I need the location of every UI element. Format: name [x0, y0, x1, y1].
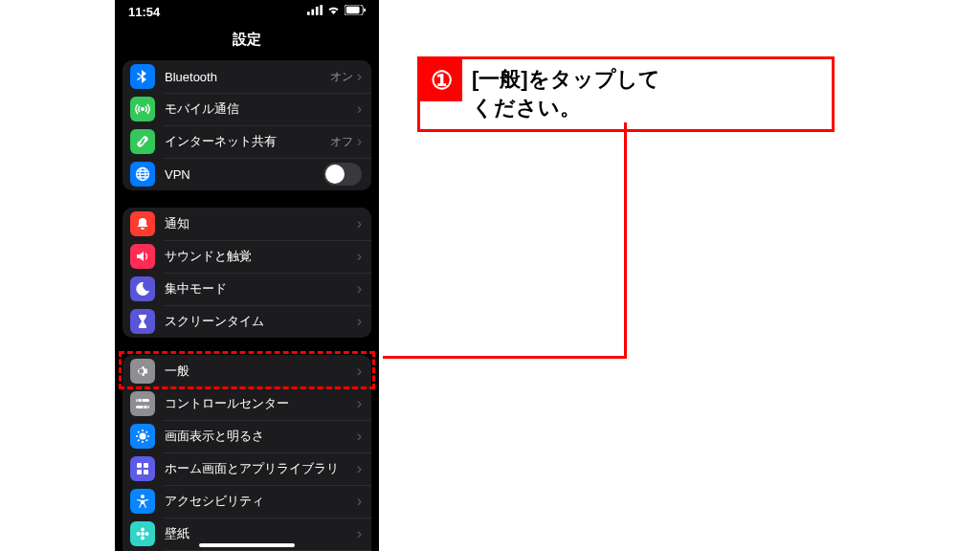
leader-line-h [383, 356, 627, 359]
settings-group: 通知›サウンドと触覚›集中モード›スクリーンタイム› [122, 208, 371, 338]
chevron-right-icon: › [357, 526, 362, 541]
svg-point-23 [137, 532, 141, 536]
settings-row-gear[interactable]: 一般› [122, 355, 371, 387]
settings-row-link[interactable]: インターネット共有オフ› [122, 125, 371, 158]
settings-row-globe[interactable]: VPN [122, 158, 371, 190]
chevron-right-icon: › [357, 396, 362, 411]
bell-icon [130, 211, 155, 236]
svg-rect-1 [311, 10, 314, 15]
status-time: 11:54 [128, 5, 160, 19]
signal-icon [307, 5, 323, 18]
phone-frame: 11:54 設定 Bluetoothオン›モバイル通信›インターネット共有オフ›… [115, 0, 379, 551]
page-title: 設定 [115, 23, 379, 60]
svg-rect-2 [316, 7, 319, 15]
chevron-right-icon: › [357, 461, 362, 476]
chevron-right-icon: › [357, 216, 362, 231]
svg-rect-0 [307, 11, 310, 15]
settings-row-speaker[interactable]: サウンドと触覚› [122, 240, 371, 273]
link-icon [130, 129, 155, 154]
step-number: ① [420, 59, 462, 101]
svg-rect-16 [144, 463, 148, 468]
svg-point-21 [141, 528, 145, 532]
globe-icon [130, 162, 155, 187]
settings-row-bluetooth[interactable]: Bluetoothオン› [122, 60, 371, 93]
row-label: 通知 [165, 215, 357, 232]
settings-row-switches[interactable]: コントロールセンター› [122, 387, 371, 420]
svg-rect-18 [144, 470, 148, 474]
svg-rect-3 [320, 5, 323, 15]
svg-point-7 [141, 107, 145, 111]
hourglass-icon [130, 309, 155, 334]
svg-point-24 [145, 532, 149, 536]
instruction-callout: ① [一般]をタップして ください。 [417, 56, 835, 132]
speaker-icon [130, 244, 155, 269]
chevron-right-icon: › [357, 134, 362, 149]
status-indicators [307, 5, 366, 18]
svg-rect-15 [137, 463, 142, 468]
row-label: 一般 [165, 363, 357, 380]
flower-icon [130, 521, 155, 546]
chevron-right-icon: › [357, 494, 362, 509]
settings-row-grid[interactable]: ホーム画面とアプリライブラリ› [122, 452, 371, 485]
settings-row-moon[interactable]: 集中モード› [122, 273, 371, 305]
instruction-text: [一般]をタップして ください。 [462, 59, 674, 129]
toggle-switch[interactable] [323, 163, 362, 186]
row-label: スクリーンタイム [165, 313, 357, 330]
grid-icon [130, 456, 155, 481]
wifi-icon [326, 5, 341, 18]
svg-point-19 [141, 495, 145, 498]
battery-icon [345, 5, 366, 18]
row-label: コントロールセンター [165, 395, 357, 412]
bluetooth-icon [130, 64, 155, 89]
row-label: アクセシビリティ [165, 493, 357, 510]
svg-point-14 [140, 433, 146, 440]
settings-group: 一般›コントロールセンター›画面表示と明るさ›ホーム画面とアプリライブラリ›アク… [122, 355, 371, 551]
chevron-right-icon: › [357, 249, 362, 264]
switches-icon [130, 391, 155, 416]
settings-row-hourglass[interactable]: スクリーンタイム› [122, 305, 371, 338]
chevron-right-icon: › [357, 101, 362, 117]
row-label: インターネット共有 [165, 133, 330, 150]
row-label: 壁紙 [165, 525, 357, 542]
antenna-icon [130, 97, 155, 121]
svg-point-12 [138, 398, 143, 403]
row-value: オフ [330, 134, 353, 150]
row-label: モバイル通信 [165, 100, 357, 118]
svg-rect-5 [346, 7, 360, 13]
row-label: ホーム画面とアプリライブラリ [165, 460, 357, 477]
moon-icon [130, 276, 155, 301]
gear-icon [130, 359, 155, 384]
settings-row-accessibility[interactable]: アクセシビリティ› [122, 485, 371, 518]
chevron-right-icon: › [357, 281, 362, 297]
home-indicator [199, 543, 295, 547]
settings-group: Bluetoothオン›モバイル通信›インターネット共有オフ›VPN [122, 60, 371, 190]
svg-rect-17 [137, 470, 142, 474]
svg-rect-6 [364, 9, 366, 12]
sun-icon [130, 424, 155, 449]
chevron-right-icon: › [357, 314, 362, 329]
chevron-right-icon: › [357, 429, 362, 444]
row-label: 画面表示と明るさ [165, 428, 357, 445]
settings-row-bell[interactable]: 通知› [122, 208, 371, 240]
chevron-right-icon: › [357, 69, 362, 84]
status-bar: 11:54 [115, 0, 379, 23]
row-label: Bluetooth [165, 70, 330, 84]
svg-point-20 [141, 532, 145, 536]
settings-row-antenna[interactable]: モバイル通信› [122, 93, 371, 125]
settings-row-sun[interactable]: 画面表示と明るさ› [122, 420, 371, 452]
leader-line-v [624, 122, 627, 359]
svg-point-22 [141, 537, 145, 540]
accessibility-icon [130, 489, 155, 514]
row-label: サウンドと触覚 [165, 248, 357, 265]
svg-point-13 [144, 405, 148, 409]
chevron-right-icon: › [357, 364, 362, 379]
row-label: VPN [165, 167, 323, 182]
row-label: 集中モード [165, 280, 357, 298]
row-value: オン [330, 69, 353, 85]
